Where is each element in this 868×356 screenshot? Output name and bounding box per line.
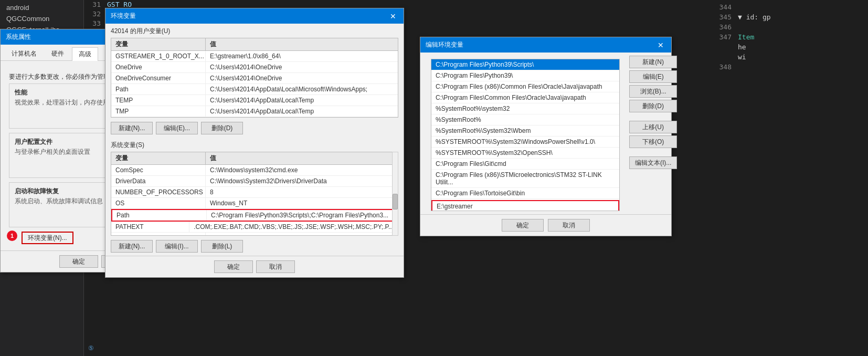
sys-delete-btn[interactable]: 删除(L) — [201, 240, 243, 253]
envvar-title: 环境变量 — [111, 12, 136, 20]
user-var-row-gstreamer[interactable]: GSTREAMER_1_0_ROOT_X... E:\gstreamer\1.0… — [111, 51, 398, 62]
editenv-item-tortoisegit[interactable]: C:\Program Files\TortoiseGit\bin — [431, 188, 619, 199]
editenv-browse-btn[interactable]: 浏览(B)... — [629, 85, 677, 98]
status-bar: ⑤ — [84, 340, 711, 356]
user-vars-col-var: 变量 — [111, 38, 206, 50]
editenv-item-python39-scripts[interactable]: C:\Program Files\Python39\Scripts\ — [431, 59, 619, 70]
editenv-item-gstreamer[interactable]: E:\gstreamer — [432, 201, 618, 211]
editenv-close-btn[interactable]: ✕ — [655, 41, 666, 49]
envvar-footer: 确定 取消 — [105, 256, 404, 277]
sys-var-row-num-proc[interactable]: NUMBER_OF_PROCESSORS 8 — [111, 187, 398, 198]
editenv-titlebar: 编辑环境变量 ✕ — [420, 37, 671, 53]
editenv-item-oracle-java[interactable]: C:\Program Files\Common Files\Oracle\Jav… — [431, 92, 619, 103]
user-var-row-tmp[interactable]: TMP C:\Users\42014\AppData\Local\Temp — [111, 106, 398, 117]
user-vars-title: 42014 的用户变量(U) — [105, 24, 404, 37]
tab-computer-name[interactable]: 计算机名 — [5, 47, 44, 60]
editenv-item-sysroot-wbem[interactable]: %SystemRoot%\System32\Wbem — [431, 125, 619, 137]
editenv-edittext-btn[interactable]: 编辑文本(I)... — [629, 156, 677, 169]
envvar-close-btn[interactable]: ✕ — [388, 12, 398, 20]
envvar-dialog: 环境变量 ✕ 42014 的用户变量(U) 变量 值 GSTREAMER_1_0… — [105, 8, 404, 278]
sidebar-item-android[interactable]: android — [0, 2, 83, 13]
envvar-ok-btn[interactable]: 确定 — [214, 260, 253, 273]
user-var-row-onedrive[interactable]: OneDrive C:\Users\42014\OneDrive — [111, 62, 398, 73]
sys-var-row-path[interactable]: Path C:\Program Files\Python39\Scripts\;… — [111, 209, 398, 222]
step1-badge: 1 — [7, 231, 17, 241]
editenv-item-stm32[interactable]: C:\Program Files (x86)\STMicroelectronic… — [431, 170, 619, 188]
editenv-footer: 确定 取消 — [420, 214, 671, 236]
tab-hardware[interactable]: 硬件 — [45, 47, 71, 60]
sidebar-item-qgccommon[interactable]: QGCCommon — [0, 13, 83, 24]
sysprop-title: 系统属性 — [6, 33, 31, 41]
editenv-down-btn[interactable]: 下移(O) — [629, 135, 677, 148]
user-new-btn[interactable]: 新建(N)... — [111, 122, 153, 134]
env-vars-btn[interactable]: 环境变量(N)... — [22, 232, 73, 244]
editenv-right-btns: 新建(N) 编辑(E) 浏览(B)... 删除(D) 上移(U) 下移(O) 编… — [629, 56, 677, 214]
editenv-cancel-btn[interactable]: 取消 — [548, 219, 590, 232]
editenv-dialog: 编辑环境变量 ✕ C:\Program Files\Python39\Scrip… — [420, 37, 672, 236]
editenv-item-sysroot[interactable]: %SystemRoot% — [431, 114, 619, 125]
sys-vars-header: 变量 值 — [111, 152, 398, 165]
user-var-row-temp[interactable]: TEMP C:\Users\42014\AppData\Local\Temp — [111, 95, 398, 106]
editenv-title: 编辑环境变量 — [426, 40, 463, 49]
editenv-item-sysroot-sys32[interactable]: %SystemRoot%\system32 — [431, 103, 619, 114]
sys-var-row-comspec[interactable]: ComSpec C:\Windows\system32\cmd.exe — [111, 165, 398, 176]
sys-vars-table: 变量 值 ComSpec C:\Windows\system32\cmd.exe… — [111, 152, 398, 236]
editenv-item-sysroot-ps[interactable]: %SYSTEMROOT%\System32\WindowsPowerShell\… — [431, 137, 619, 148]
editenv-content: C:\Program Files\Python39\Scripts\ C:\Pr… — [420, 53, 671, 214]
user-edit-btn[interactable]: 编辑(E)... — [156, 122, 198, 134]
sys-var-row-driverdata[interactable]: DriverData C:\Windows\System32\Drivers\D… — [111, 176, 398, 187]
editenv-item-python39[interactable]: C:\Program Files\Python39\ — [431, 70, 619, 81]
code-editor-right: 344 345 ▼ id: gp 346 347 Item he wi 348 — [711, 0, 868, 356]
user-vars-btns: 新建(N)... 编辑(E)... 删除(D) — [105, 119, 404, 138]
user-vars-col-val: 值 — [206, 38, 398, 50]
sys-vars-btns: 新建(N)... 编辑(I)... 删除(L) — [105, 237, 404, 256]
editenv-edit-btn[interactable]: 编辑(E) — [629, 70, 677, 83]
user-delete-btn[interactable]: 删除(D) — [201, 122, 243, 134]
editenv-new-btn[interactable]: 新建(N) — [629, 56, 677, 68]
envvar-cancel-btn[interactable]: 取消 — [256, 260, 295, 273]
envvar-titlebar: 环境变量 ✕ — [105, 8, 404, 24]
sys-var-row-proc-arch[interactable]: PROCESSOR_ARCHITECT... AMD64 — [111, 233, 398, 236]
red-highlight-group: E:\gstreamer E:\gstreamer\1.0\x86_64\bin… — [431, 200, 619, 211]
tab-advanced[interactable]: 高级 — [72, 47, 98, 61]
sys-new-btn[interactable]: 新建(N)... — [111, 240, 153, 253]
editenv-list: C:\Program Files\Python39\Scripts\ C:\Pr… — [431, 59, 620, 211]
editenv-up-btn[interactable]: 上移(U) — [629, 121, 677, 133]
sys-edit-btn[interactable]: 编辑(I)... — [156, 240, 198, 253]
user-vars-header: 变量 值 — [111, 38, 398, 51]
user-var-row-path[interactable]: Path C:\Users\42014\AppData\Local\Micros… — [111, 84, 398, 95]
scrollbar-thumb[interactable] — [393, 194, 398, 210]
sysprop-ok-btn[interactable]: 确定 — [59, 255, 98, 268]
sys-var-row-pathext[interactable]: PATHEXT .COM;.EXE;.BAT;.CMD;.VBS;.VBE;.J… — [111, 222, 398, 233]
sys-vars-title: 系统变量(S) — [105, 138, 404, 151]
editenv-delete-btn[interactable]: 删除(D) — [629, 100, 677, 112]
editenv-item-git[interactable]: C:\Program Files\Git\cmd — [431, 159, 619, 170]
editenv-ok-btn[interactable]: 确定 — [502, 219, 544, 232]
user-var-row-onedriveconsumer[interactable]: OneDriveConsumer C:\Users\42014\OneDrive — [111, 73, 398, 84]
sys-var-row-os[interactable]: OS Windows_NT 2 — [111, 198, 398, 209]
scrollbar-track[interactable] — [392, 152, 398, 236]
user-vars-table: 变量 值 GSTREAMER_1_0_ROOT_X... E:\gstreame… — [111, 38, 398, 118]
editenv-item-sysroot-ssh[interactable]: %SYSTEMROOT%\System32\OpenSSH\ — [431, 148, 619, 159]
editenv-item-oracle-java-x86[interactable]: C:\Program Files (x86)\Common Files\Orac… — [431, 81, 619, 92]
